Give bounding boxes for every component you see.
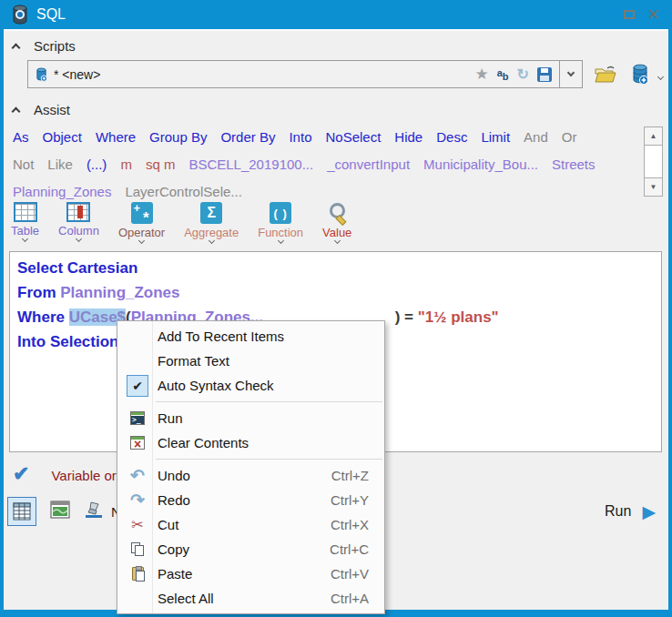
assist-keyword-group-by[interactable]: Group By bbox=[149, 129, 207, 145]
menu-item-label: Copy bbox=[158, 541, 189, 557]
assist-keyword-into[interactable]: Into bbox=[289, 129, 311, 145]
menu-item-label: Cut bbox=[158, 517, 178, 532]
menu-item-shortcut: Ctrl+C bbox=[330, 541, 369, 557]
assist-keyword-planning-zones[interactable]: Planning_Zones bbox=[13, 184, 111, 199]
function-icon bbox=[270, 202, 291, 224]
menu-item-paste[interactable]: PasteCtrl+V bbox=[117, 561, 384, 586]
float-window-icon[interactable] bbox=[624, 10, 635, 19]
toolbar-button-table[interactable]: Table bbox=[11, 202, 39, 243]
new-script-menu-caret-icon[interactable] bbox=[658, 66, 663, 83]
assist-keyword-m[interactable]: m bbox=[120, 157, 132, 172]
assist-keyword-as[interactable]: As bbox=[13, 129, 29, 145]
assist-keyword-municipality-bou[interactable]: Municipality_Bou... bbox=[423, 157, 538, 172]
toolbar-button-aggregate[interactable]: Aggregate bbox=[184, 202, 239, 243]
stamp-tool-button[interactable] bbox=[84, 500, 104, 523]
rename-icon[interactable]: ab bbox=[497, 67, 509, 82]
sql-line-2: From Planning_Zones bbox=[17, 280, 661, 305]
sql-token: Into Selection bbox=[17, 333, 118, 350]
assist-keyword-convertinput[interactable]: _convertInput bbox=[327, 157, 410, 172]
refresh-icon[interactable]: ↻ bbox=[517, 66, 529, 83]
script-selector[interactable]: * <new> ★ ab ↻ bbox=[27, 60, 560, 88]
assist-keyword-layercontrolsele[interactable]: LayerControlSele... bbox=[125, 184, 241, 199]
paste-icon bbox=[132, 567, 144, 581]
collapse-scripts-icon[interactable] bbox=[12, 43, 21, 52]
new-script-button[interactable] bbox=[626, 60, 654, 88]
scripts-header-label: Scripts bbox=[34, 38, 76, 54]
script-selector-dropdown[interactable] bbox=[559, 60, 583, 88]
menu-item-auto-syntax-check[interactable]: ✔Auto Syntax Check bbox=[117, 373, 384, 398]
map-output-button[interactable] bbox=[49, 499, 71, 524]
window-border bbox=[668, 29, 672, 617]
assist-keyword-object[interactable]: Object bbox=[43, 129, 82, 145]
run-button[interactable]: Run ▶ bbox=[605, 501, 656, 522]
menu-item-copy[interactable]: CopyCtrl+C bbox=[117, 537, 384, 561]
assist-keyword-or[interactable]: Or bbox=[562, 129, 577, 145]
toolbar-button-operator[interactable]: Operator bbox=[118, 202, 165, 243]
run-play-icon: ▶ bbox=[642, 501, 656, 522]
redo-icon: ↷ bbox=[117, 493, 158, 508]
assist-keyword-limit[interactable]: Limit bbox=[481, 129, 510, 145]
sql-token: ) = bbox=[395, 308, 418, 326]
favorite-icon[interactable]: ★ bbox=[474, 65, 488, 84]
run-console-icon bbox=[117, 411, 158, 425]
menu-item-label: Select All bbox=[158, 591, 214, 606]
menu-item-shortcut: Ctrl+V bbox=[331, 566, 369, 582]
menu-separator bbox=[156, 401, 382, 402]
menu-item-label: Clear Contents bbox=[158, 435, 249, 450]
open-script-button[interactable] bbox=[590, 60, 621, 88]
menu-item-shortcut: Ctrl+A bbox=[331, 591, 369, 606]
save-icon[interactable] bbox=[537, 67, 552, 82]
menu-item-label: Format Text bbox=[158, 353, 229, 369]
menu-item-undo[interactable]: ↶UndoCtrl+Z bbox=[117, 463, 384, 488]
scroll-up-icon[interactable]: ▲ bbox=[644, 126, 663, 146]
copy-icon bbox=[131, 542, 145, 556]
cut-icon: ✂ bbox=[131, 516, 143, 533]
assist-header[interactable]: Assist bbox=[13, 102, 70, 117]
assist-keyword-and[interactable]: And bbox=[524, 129, 548, 145]
assist-keyword-not[interactable]: Not bbox=[13, 157, 34, 172]
menu-item-cut[interactable]: ✂CutCtrl+X bbox=[117, 512, 384, 537]
assist-keyword-hide[interactable]: Hide bbox=[394, 129, 423, 145]
assist-keyword-desc[interactable]: Desc bbox=[436, 129, 467, 145]
menu-item-label: Redo bbox=[158, 492, 190, 508]
redo-icon: ↷ bbox=[130, 493, 145, 508]
status-row: ✔ Variable or bbox=[13, 462, 117, 486]
scrollbar-track[interactable] bbox=[644, 146, 663, 177]
browser-grid-icon bbox=[13, 502, 31, 521]
assist-header-label: Assist bbox=[34, 102, 70, 117]
assist-keyword-where[interactable]: Where bbox=[96, 129, 136, 145]
assist-keyword-order-by[interactable]: Order By bbox=[220, 129, 275, 145]
menu-item-clear-contents[interactable]: Clear Contents bbox=[117, 430, 384, 455]
toolbar-button-function[interactable]: Function bbox=[258, 202, 303, 243]
clear-contents-icon bbox=[117, 436, 158, 450]
sql-token: Planning_Zones bbox=[60, 284, 179, 301]
scroll-down-icon[interactable]: ▼ bbox=[644, 177, 663, 197]
menu-item-add-to-recent-items[interactable]: Add To Recent Items bbox=[117, 324, 384, 349]
collapse-assist-icon[interactable] bbox=[12, 106, 21, 116]
assist-keyword-noselect[interactable]: NoSelect bbox=[325, 129, 381, 145]
assist-scrollbar[interactable]: ▲ ▼ bbox=[644, 126, 663, 197]
menu-item-select-all[interactable]: Select AllCtrl+A bbox=[117, 586, 384, 611]
assist-keyword-[interactable]: (...) bbox=[87, 157, 107, 172]
divider bbox=[0, 29, 672, 31]
window-title: SQL bbox=[36, 6, 66, 23]
script-db-icon bbox=[36, 67, 47, 82]
assist-keyword-like[interactable]: Like bbox=[47, 157, 73, 172]
scripts-header[interactable]: Scripts bbox=[13, 38, 76, 54]
paste-icon bbox=[117, 567, 158, 581]
menu-icon-cell: ✔ bbox=[117, 375, 158, 397]
scripts-toolbar: * <new> ★ ab ↻ bbox=[27, 60, 663, 88]
assist-keyword-streets[interactable]: Streets bbox=[552, 157, 596, 172]
stamp-icon bbox=[84, 500, 104, 520]
browser-output-button[interactable] bbox=[7, 497, 36, 526]
menu-item-format-text[interactable]: Format Text bbox=[117, 349, 384, 373]
assist-keyword-sq-m[interactable]: sq m bbox=[146, 157, 176, 172]
menu-item-run[interactable]: Run bbox=[117, 406, 384, 430]
menu-item-redo[interactable]: ↷RedoCtrl+Y bbox=[117, 488, 384, 512]
sql-line-1: Select Cartesian bbox=[17, 256, 661, 280]
assist-keyword-bscell-2019100[interactable]: BSCELL_2019100... bbox=[188, 157, 313, 172]
toolbar-button-value[interactable]: Value bbox=[322, 202, 351, 243]
table-icon bbox=[14, 202, 37, 222]
toolbar-button-column[interactable]: Column bbox=[58, 202, 99, 243]
close-icon[interactable]: × bbox=[647, 7, 659, 22]
